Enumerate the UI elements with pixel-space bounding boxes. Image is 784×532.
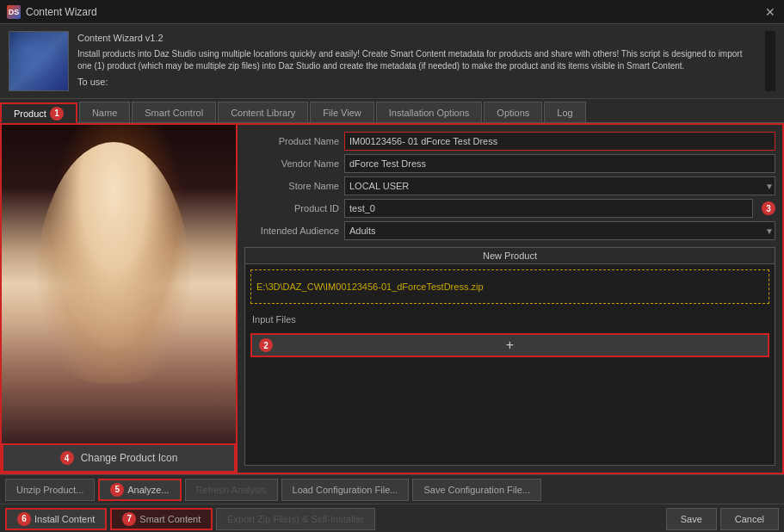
tab-options[interactable]: Options [484,102,542,122]
product-id-input[interactable] [344,199,753,218]
change-icon-label: Change Product Icon [81,452,178,464]
file-drop-area[interactable]: E:\3D\DAZ_CW\IM00123456-01_dForceTestDre… [250,269,769,304]
tab-file-view[interactable]: File View [310,102,373,122]
close-button[interactable]: ✕ [763,5,777,19]
tab-product-badge: 1 [50,107,64,121]
product-image [2,125,236,443]
new-product-header: New Product [245,248,775,264]
change-product-icon-button[interactable]: 4 Change Product Icon [2,443,236,473]
right-panel: Product Name Vendor Name Store Name LOCA… [238,123,784,474]
vendor-name-input[interactable] [344,154,775,173]
unzip-product-button[interactable]: Unzip Product... [5,479,95,501]
smart-content-badge: 7 [122,512,136,526]
load-config-button[interactable]: Load Configuration File... [281,479,410,501]
add-file-badge: 2 [259,338,273,352]
install-content-button[interactable]: 6 Install Content [5,508,107,530]
window-title: Content Wizard [26,6,97,18]
tab-name[interactable]: Name [79,102,130,122]
intended-audience-wrapper: Adults ▼ [344,221,775,240]
new-product-section: New Product E:\3D\DAZ_CW\IM00123456-01_d… [244,247,775,466]
main-content: 4 Change Product Icon Product Name Vendo… [0,123,784,474]
input-files-label: Input Files [245,309,775,330]
footer-row: 6 Install Content 7 Smart Content Export… [0,504,784,532]
info-section: Content Wizard v1.2 Install products int… [0,24,784,99]
analyze-button[interactable]: 5 Analyze... [98,479,181,501]
tab-product[interactable]: Product 1 [0,102,77,123]
vendor-name-label: Vendor Name [244,158,339,169]
install-badge: 6 [17,512,31,526]
product-id-badge: 3 [762,201,775,215]
to-use-label: To use: [77,75,756,90]
intended-audience-select[interactable]: Adults [344,221,775,240]
add-file-icon: + [506,337,514,353]
store-name-select[interactable]: LOCAL USER [344,176,775,195]
app-thumbnail [9,31,69,91]
product-id-row: Product ID 3 [244,199,775,218]
product-name-row: Product Name [244,132,775,151]
add-file-button[interactable]: 2 + [250,333,769,357]
product-name-input[interactable] [344,132,775,151]
cancel-button[interactable]: Cancel [720,508,779,530]
app-icon: DS [7,5,21,19]
export-zip-button[interactable]: Export Zip File(s) & Self-Installer [216,508,374,530]
change-icon-badge: 4 [60,451,74,465]
tabs-row: Product 1 Name Smart Control Content Lib… [0,99,784,123]
refresh-analysis-button[interactable]: Refresh Analysis [185,479,278,501]
store-name-label: Store Name [244,181,339,191]
save-config-button[interactable]: Save Configuration File... [412,479,541,501]
bottom-toolbar: Unzip Product... 5 Analyze... Refresh An… [0,474,784,504]
left-panel: 4 Change Product Icon [0,123,238,474]
store-name-wrapper: LOCAL USER ▼ [344,176,775,195]
add-file-btn-row: 2 + [250,333,769,357]
tab-content-library[interactable]: Content Library [218,102,308,122]
store-name-row: Store Name LOCAL USER ▼ [244,176,775,195]
intended-audience-row: Intended Audience Adults ▼ [244,221,775,240]
product-name-label: Product Name [244,136,339,146]
smart-content-button[interactable]: 7 Smart Content [110,508,213,530]
info-text: Content Wizard v1.2 Install products int… [77,31,756,91]
titlebar: DS Content Wizard ✕ [0,0,784,24]
version-title: Content Wizard v1.2 [77,31,756,46]
tab-smart-control[interactable]: Smart Control [132,102,216,122]
tab-log[interactable]: Log [544,102,585,122]
file-path: E:\3D\DAZ_CW\IM00123456-01_dForceTestDre… [256,281,484,292]
tab-installation-options[interactable]: Installation Options [376,102,483,122]
save-button[interactable]: Save [666,508,717,530]
info-description: Install products into Daz Studio using m… [77,48,756,72]
intended-audience-label: Intended Audience [244,226,339,236]
titlebar-left: DS Content Wizard [7,5,97,19]
scrollbar-area [765,31,775,91]
analyze-badge: 5 [110,483,124,497]
product-id-label: Product ID [244,203,339,213]
vendor-name-row: Vendor Name [244,154,775,173]
